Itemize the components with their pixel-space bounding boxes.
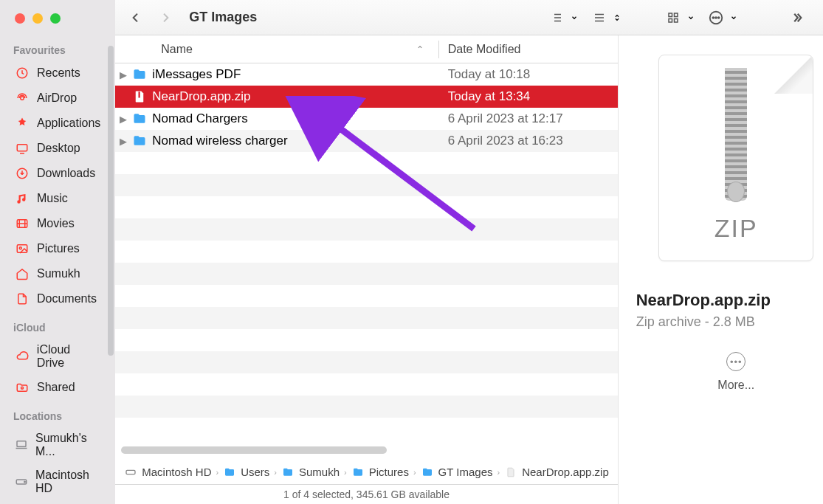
sidebar-item-recents[interactable]: Recents [12, 61, 103, 86]
svg-point-7 [21, 387, 24, 389]
folder-icon [131, 66, 148, 83]
svg-point-10 [24, 481, 26, 483]
window-controls [0, 6, 115, 37]
folder-mini-icon [421, 466, 434, 479]
file-name: iMessages PDF [152, 67, 438, 82]
ellipsis-circle-icon [703, 7, 729, 28]
sidebar-item-label: Applications [37, 117, 100, 130]
apps-icon [15, 116, 30, 131]
back-button[interactable] [125, 7, 146, 28]
sidebar-item-shared[interactable]: Shared [12, 375, 103, 400]
file-date: 6 April 2023 at 12:17 [439, 111, 618, 126]
path-segment[interactable]: Pictures [351, 466, 409, 479]
file-name: NearDrop.app.zip [152, 89, 438, 104]
zip-file-icon [131, 89, 148, 105]
icon-size-button[interactable] [661, 7, 695, 28]
path-segment[interactable]: Macintosh HD [124, 466, 211, 479]
sidebar-item-label: Shared [37, 381, 75, 394]
path-label: GT Images [438, 466, 493, 478]
disclosure-triangle-icon[interactable]: ▶ [115, 114, 131, 125]
file-row[interactable]: ▶ Nomad Chargers 6 April 2023 at 12:17 [115, 108, 617, 130]
svg-point-16 [712, 17, 714, 18]
path-segment[interactable]: Users [223, 466, 269, 479]
disclosure-triangle-icon[interactable]: ▶ [115, 136, 131, 147]
chevron-right-icon: › [274, 468, 277, 477]
path-segment[interactable]: NearDrop.app.zip [504, 466, 609, 479]
sidebar-item-label: Downloads [37, 167, 95, 180]
sidebar-item-machine[interactable]: Sumukh's M... [12, 427, 103, 463]
disclosure-triangle-icon[interactable]: ▶ [115, 69, 131, 80]
sidebar-item-movies[interactable]: Movies [12, 211, 103, 236]
file-date: 6 April 2023 at 16:23 [439, 134, 618, 148]
path-label: Pictures [369, 466, 409, 478]
preview-file-title: NearDrop.app.zip [636, 291, 823, 310]
column-date-label: Date Modified [448, 43, 521, 55]
window-title: GT Images [189, 10, 257, 25]
svg-rect-11 [669, 13, 672, 17]
file-date: Today at 13:34 [439, 89, 618, 104]
sidebar-section-locations: Locations Sumukh's M... Macintosh HD [0, 403, 115, 503]
sidebar-item-documents[interactable]: Documents [12, 286, 103, 311]
minimize-window-button[interactable] [32, 13, 43, 24]
horizontal-scrollbar[interactable] [121, 445, 611, 455]
close-window-button[interactable] [15, 13, 25, 24]
sidebar-item-macintosh-hd[interactable]: Macintosh HD [12, 463, 103, 500]
airdrop-icon [15, 91, 30, 106]
toolbar: GT Images [115, 0, 823, 35]
movies-icon [15, 216, 30, 231]
status-bar: 1 of 4 selected, 345.61 GB available [115, 485, 617, 504]
sidebar-section-favourites: Favourites Recents AirDrop Applications … [0, 37, 115, 314]
sidebar-item-label: Movies [37, 217, 75, 230]
search-button[interactable] [819, 7, 823, 28]
action-menu-button[interactable] [703, 7, 737, 28]
svg-rect-13 [669, 18, 672, 22]
view-list-button[interactable] [544, 7, 578, 28]
sidebar-item-music[interactable]: Music [12, 186, 103, 211]
svg-rect-14 [674, 18, 678, 22]
sidebar-item-label: Sumukh's M... [35, 432, 100, 458]
sidebar-item-icloud-drive[interactable]: iCloud Drive [12, 338, 103, 375]
sidebar-item-label: Sumukh [37, 267, 80, 280]
svg-rect-20 [139, 92, 140, 97]
column-name[interactable]: Name⌃ [115, 43, 438, 56]
zoom-window-button[interactable] [50, 13, 61, 24]
path-bar: Macintosh HD › Users › Sumukh › Pictures… [115, 460, 617, 485]
svg-point-6 [19, 247, 21, 249]
path-segment[interactable]: Sumukh [281, 466, 340, 479]
sidebar-item-airdrop[interactable]: AirDrop [12, 86, 103, 111]
svg-point-17 [715, 17, 717, 18]
sidebar-item-downloads[interactable]: Downloads [12, 161, 103, 186]
sidebar-item-desktop[interactable]: Desktop [12, 136, 103, 161]
group-by-button[interactable] [587, 7, 621, 28]
sidebar-item-label: Pictures [37, 242, 80, 255]
path-label: Sumukh [299, 466, 340, 478]
folder-icon [131, 133, 148, 149]
sidebar-item-home[interactable]: Sumukh [12, 261, 103, 286]
chevron-up-down-icon [613, 13, 621, 23]
more-label: More... [717, 379, 754, 392]
sidebar-scrollbar[interactable] [108, 46, 114, 356]
file-row[interactable]: ▶ Nomad wireless charger 6 April 2023 at… [115, 130, 617, 152]
zipper-icon [725, 68, 747, 201]
cloud-icon [15, 349, 30, 364]
status-text: 1 of 4 selected, 345.61 GB available [283, 489, 450, 500]
disk-icon [15, 474, 28, 489]
sidebar-item-pictures[interactable]: Pictures [12, 236, 103, 261]
svg-point-18 [717, 17, 719, 18]
file-list: ▶ iMessages PDF Today at 10:18 NearDrop.… [115, 63, 617, 460]
chevron-right-icon: › [344, 468, 347, 477]
overflow-button[interactable] [785, 7, 810, 28]
file-date: Today at 10:18 [439, 67, 618, 82]
path-segment[interactable]: GT Images [421, 466, 493, 479]
pictures-icon [15, 241, 30, 256]
svg-rect-12 [674, 13, 678, 17]
column-date[interactable]: Date Modified [439, 43, 618, 56]
forward-button[interactable] [155, 7, 176, 28]
more-actions-button[interactable]: ••• [726, 352, 745, 371]
preview-pane: ZIP NearDrop.app.zip Zip archive - 2.8 M… [618, 35, 823, 504]
documents-icon [15, 291, 30, 306]
chevron-down-icon [687, 14, 695, 21]
sidebar-item-applications[interactable]: Applications [12, 111, 103, 136]
file-row-selected[interactable]: NearDrop.app.zip Today at 13:34 [115, 86, 617, 108]
file-row[interactable]: ▶ iMessages PDF Today at 10:18 [115, 63, 617, 86]
